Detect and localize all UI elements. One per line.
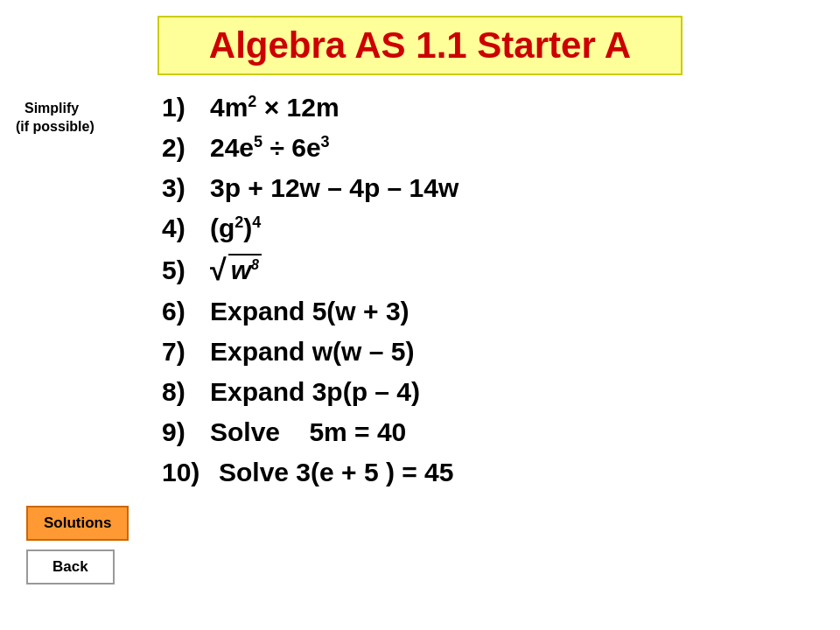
- q3-content: 3p + 12w – 4p – 14w: [210, 173, 458, 203]
- q6-num: 6): [162, 297, 210, 326]
- q7-content: Expand w(w – 5): [210, 337, 414, 367]
- q10-content: Solve 3(e + 5 ) = 45: [219, 458, 454, 487]
- sqrt-expression: √ w8: [210, 254, 262, 285]
- q1-num: 1): [162, 93, 210, 122]
- q10-num: 10): [162, 458, 219, 487]
- if-possible-label: (if possible): [16, 119, 94, 135]
- q8-content: Expand 3p(p – 4): [210, 377, 420, 407]
- page: Algebra AS 1.1 Starter A Simplify (if po…: [0, 16, 840, 630]
- sqrt-symbol: √: [210, 255, 227, 284]
- question-3: 3) 3p + 12w – 4p – 14w: [162, 173, 458, 203]
- q3-num: 3): [162, 173, 210, 203]
- q2-content: 24e5 ÷ 6e3: [210, 133, 330, 163]
- back-button[interactable]: Back: [26, 550, 115, 584]
- page-title: Algebra AS 1.1 Starter A: [209, 24, 631, 66]
- question-4: 4) (g2)4: [162, 214, 458, 243]
- question-7: 7) Expand w(w – 5): [162, 337, 458, 367]
- q4-content: (g2)4: [210, 214, 261, 243]
- q1-content: 4m2 × 12m: [210, 93, 340, 122]
- simplify-label: Simplify: [24, 101, 79, 116]
- q9-content: Solve 5m = 40: [210, 417, 406, 447]
- question-1: 1) 4m2 × 12m: [162, 93, 458, 122]
- q5-content: √ w8: [210, 254, 262, 286]
- questions-list: 1) 4m2 × 12m 2) 24e5 ÷ 6e3 3) 3p + 12w –…: [162, 93, 458, 498]
- question-8: 8) Expand 3p(p – 4): [162, 377, 458, 407]
- question-10: 10) Solve 3(e + 5 ) = 45: [162, 458, 458, 487]
- q7-num: 7): [162, 337, 210, 367]
- q4-num: 4): [162, 214, 210, 243]
- question-2: 2) 24e5 ÷ 6e3: [162, 133, 458, 163]
- sqrt-radicand: w8: [228, 254, 262, 285]
- title-box: Algebra AS 1.1 Starter A: [158, 16, 682, 75]
- q9-num: 9): [162, 417, 210, 447]
- question-5: 5) √ w8: [162, 254, 458, 286]
- q8-num: 8): [162, 377, 210, 407]
- solutions-button[interactable]: Solutions: [26, 506, 129, 541]
- q6-content: Expand 5(w + 3): [210, 297, 410, 326]
- q5-num: 5): [162, 256, 210, 285]
- question-6: 6) Expand 5(w + 3): [162, 297, 458, 326]
- q2-num: 2): [162, 133, 210, 163]
- question-9: 9) Solve 5m = 40: [162, 417, 458, 447]
